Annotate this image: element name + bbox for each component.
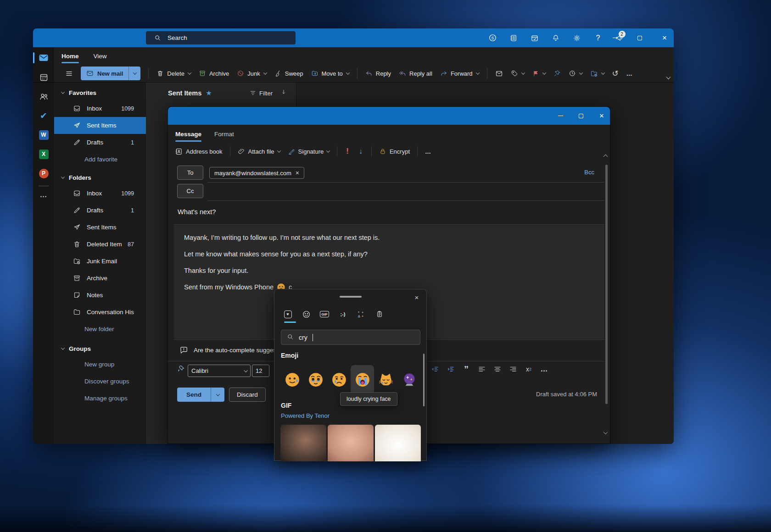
drag-handle[interactable] [340,296,362,298]
emoji-crying-cat[interactable] [374,365,397,394]
folder-notes[interactable]: Notes [54,287,146,304]
bcc-link[interactable]: Bcc [584,169,594,176]
tab-message[interactable]: Message [175,126,201,143]
maximize-icon[interactable] [576,111,586,121]
discover-groups-link[interactable]: Discover groups [54,373,146,390]
tenor-attribution-link[interactable]: Powered By Tenor [281,412,330,419]
scroll-down-chevron[interactable] [604,428,607,436]
more-commands-icon[interactable]: … [626,70,633,77]
decrease-indent-icon[interactable] [430,364,441,375]
minimize-icon[interactable] [610,33,620,43]
add-favorite-link[interactable]: Add favorite [54,151,146,168]
rail-word-icon[interactable]: W [33,125,54,144]
junk-button[interactable]: Junk [237,70,266,77]
emoji-panel-scrollbar[interactable] [423,354,425,406]
tab-home[interactable]: Home [61,47,79,65]
new-group-link[interactable]: New group [54,356,146,373]
tab-view[interactable]: View [94,47,107,65]
format-painter-icon[interactable] [177,365,185,375]
more-options-icon[interactable]: … [425,148,431,155]
close-icon[interactable]: × [660,33,669,43]
close-icon[interactable]: × [597,111,606,121]
folder-deleted-items[interactable]: Deleted Items 87 [54,236,146,253]
rail-more-apps-icon[interactable]: … [33,189,54,201]
favorite-star-icon[interactable]: ★ [206,89,212,97]
new-folder-link[interactable]: New folder [54,321,146,338]
emoji-smiling-face-with-tear[interactable] [280,365,304,394]
compose-scrollbar[interactable] [605,165,608,404]
close-icon[interactable]: × [412,292,422,302]
superscript-icon[interactable]: x2 [523,364,534,375]
rail-excel-icon[interactable]: X [33,144,54,164]
send-options-dropdown[interactable] [211,388,224,402]
folders-header[interactable]: Folders [54,170,146,185]
emoji-crystal-ball[interactable] [397,365,421,394]
sidebar-item-inbox[interactable]: Inbox 1099 [54,100,146,117]
notebook-feed-icon[interactable] [508,33,519,43]
discard-button[interactable]: Discard [229,388,266,402]
address-book-button[interactable]: Address book [175,148,223,155]
settings-gear-icon[interactable] [572,33,582,43]
hamburger-menu-icon[interactable] [65,70,73,78]
align-center-icon[interactable] [492,364,503,375]
gif-thumbnail-crying-child[interactable] [280,425,326,461]
emoji-loudly-crying-face[interactable] [351,365,374,394]
more-formatting-icon[interactable]: … [539,364,550,375]
high-importance-icon[interactable]: ! [345,147,350,156]
snooze-clock-icon[interactable] [569,70,582,77]
font-name-select[interactable]: Calibri [188,365,251,377]
rail-mail-icon[interactable] [33,48,54,67]
recipient-chip[interactable]: mayank@windowslatest.com × [209,167,304,179]
new-mail-dropdown[interactable] [128,66,140,80]
font-size-select[interactable]: 12 [252,365,269,377]
emoji-search-input[interactable]: cry [281,330,420,345]
reply-button[interactable]: Reply [365,70,391,77]
new-mail-button[interactable]: New mail [81,66,140,80]
manage-groups-link[interactable]: Manage groups [54,390,146,407]
symbols-tab-icon[interactable]: *+Δ+ [356,308,366,320]
pin-icon[interactable] [553,70,561,77]
encrypt-button[interactable]: Encrypt [379,148,410,155]
rail-todo-icon[interactable]: ✔ [33,106,54,125]
categorize-tag-icon[interactable] [511,70,525,77]
emoji-face-holding-back-tears[interactable] [304,365,327,394]
align-left-icon[interactable] [476,364,487,375]
rail-people-icon[interactable] [33,87,54,106]
forward-button[interactable]: Forward [440,70,479,77]
increase-indent-icon[interactable] [445,364,456,375]
notifications-bell-icon[interactable] [551,33,561,43]
flag-icon[interactable] [532,70,546,77]
folder-archive[interactable]: Archive [54,270,146,287]
gif-tab-icon[interactable]: GIF [319,308,330,320]
sweep-button[interactable]: Sweep [274,70,303,77]
folder-drafts[interactable]: Drafts 1 [54,202,146,219]
rail-calendar-icon[interactable] [33,67,54,87]
to-button[interactable]: To [177,166,203,180]
folder-inbox[interactable]: Inbox 1099 [54,185,146,202]
rail-powerpoint-icon[interactable]: P [33,164,54,183]
maximize-icon[interactable] [635,33,644,43]
scroll-up-chevron[interactable] [604,152,607,160]
align-right-icon[interactable] [508,364,519,375]
cc-button[interactable]: Cc [177,184,203,198]
read-unread-icon[interactable] [495,70,503,78]
rules-icon[interactable] [590,70,604,78]
reply-all-button[interactable]: Reply all [399,70,432,77]
low-importance-icon[interactable]: ↓ [358,147,364,155]
signature-button[interactable]: Signature [288,148,330,155]
folder-junk-email[interactable]: Junk Email [54,253,146,270]
folder-conversation-history[interactable]: Conversation His... [54,304,146,321]
archive-button[interactable]: Archive [199,70,229,77]
delete-button[interactable]: Delete [156,70,191,77]
move-to-button[interactable]: Move to [311,70,349,77]
sort-order-icon[interactable] [280,89,287,97]
minimize-icon[interactable] [556,111,565,121]
my-day-icon[interactable] [530,33,540,43]
favorites-header[interactable]: Favorites [54,85,146,100]
subject-field[interactable]: What's next? [178,208,216,216]
ribbon-expand-chevron[interactable] [667,73,670,81]
kaomoji-tab-icon[interactable]: ;-) [338,308,348,320]
gif-thumbnail-crying-baby[interactable] [328,425,374,461]
emoji-tab-icon[interactable] [301,308,311,320]
sidebar-item-drafts[interactable]: Drafts 1 [54,134,146,151]
